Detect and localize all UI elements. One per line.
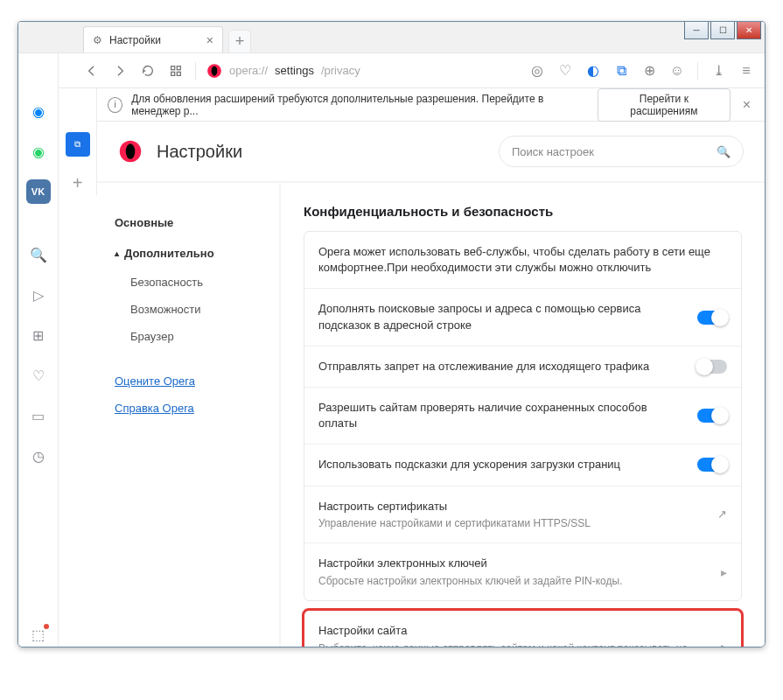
row-label: Дополнять поисковые запросы и адреса с п… [318, 301, 687, 332]
url-scheme: opera:// [229, 64, 268, 77]
close-window-button[interactable]: ✕ [737, 22, 761, 39]
messenger-icon[interactable]: ◉ [26, 99, 51, 123]
row-prefetch: Использовать подсказки для ускорения заг… [304, 444, 741, 486]
opera-logo-icon [118, 139, 143, 164]
bookmarks-heart-icon[interactable]: ♡ [26, 363, 51, 388]
settings-search-input[interactable]: Поиск настроек 🔍 [499, 136, 744, 167]
chevron-right-icon: ▸ [721, 565, 727, 579]
url-seg: settings [275, 64, 314, 77]
opera-badge-icon [206, 63, 222, 79]
back-button[interactable] [83, 62, 101, 80]
nav-sub-features[interactable]: Возможности [115, 296, 279, 323]
separator [195, 62, 196, 80]
downloads-icon[interactable]: ⤓ [710, 63, 726, 79]
dismiss-infobar-icon[interactable]: × [739, 97, 754, 113]
settings-body: Основные ▴ Дополнительно Безопасность Во… [97, 183, 765, 647]
search-sidebar-icon[interactable]: 🔍 [26, 242, 51, 267]
flow-icon[interactable]: ▷ [26, 283, 51, 307]
row-payment-check: Разрешить сайтам проверять наличие сохра… [304, 388, 741, 444]
reload-button[interactable] [139, 62, 157, 80]
intro-text: Opera может использовать веб-службы, что… [318, 244, 727, 276]
add-pinned-button[interactable]: + [66, 171, 90, 195]
privacy-panel: Opera может использовать веб-службы, что… [304, 231, 742, 601]
easy-setup-icon[interactable]: ≡ [738, 63, 754, 79]
info-icon: i [108, 97, 122, 113]
speed-dial-button[interactable] [167, 62, 185, 80]
snapshot-icon[interactable]: ◎ [529, 63, 545, 79]
maximize-button[interactable]: ☐ [710, 22, 735, 39]
url-field[interactable]: opera://settings/privacy [206, 63, 519, 79]
row-intro: Opera может использовать веб-службы, что… [304, 232, 741, 289]
row-site-settings[interactable]: Настройки сайта Выберите, какие данные о… [304, 610, 742, 647]
toggle-do-not-track[interactable] [697, 360, 727, 374]
page-title: Настройки [157, 142, 485, 162]
extensions-cube-icon[interactable]: ⬚ [26, 622, 51, 647]
nav-advanced-label: Дополнительно [124, 247, 214, 260]
row-title: Настройки сайта [318, 623, 710, 639]
nav-sub-browser[interactable]: Браузер [115, 323, 279, 350]
separator [697, 62, 698, 80]
news-icon[interactable]: ▭ [26, 403, 51, 428]
section-title: Конфиденциальность и безопасность [304, 204, 742, 219]
chevron-right-icon: ▸ [721, 640, 727, 647]
go-to-extensions-button[interactable]: Перейти к расширениям [598, 88, 731, 122]
toolbar-icons: ◎ ♡ ◐ ⧉ ⊕ ☺ ⤓ ≡ [529, 62, 754, 80]
nav-advanced[interactable]: ▴ Дополнительно [115, 238, 279, 269]
pinned-column: ⧉ + [59, 88, 97, 195]
svg-point-7 [126, 144, 136, 159]
extension-info-bar: i Для обновления расширений требуются до… [97, 88, 765, 122]
svg-rect-1 [177, 66, 180, 69]
row-label: Отправлять запрет на отслеживание для ис… [318, 359, 687, 374]
row-security-keys[interactable]: Настройки электронных ключей Сбросьте на… [304, 543, 741, 600]
new-tab-button[interactable]: + [228, 30, 251, 52]
search-placeholder: Поиск настроек [512, 145, 594, 158]
heart-icon[interactable]: ♡ [557, 63, 573, 79]
search-icon: 🔍 [717, 145, 731, 158]
gear-icon: ⚙ [93, 34, 102, 46]
info-message: Для обновления расширений требуются допо… [131, 93, 589, 117]
row-certificates[interactable]: Настроить сертификаты Управление настрой… [304, 486, 741, 544]
nav-help-opera[interactable]: Справка Opera [115, 395, 279, 422]
row-subtitle: Выберите, какие данные отправлять сайтам… [318, 641, 710, 647]
toggle-payment-check[interactable] [697, 409, 727, 423]
address-bar: opera://settings/privacy ◎ ♡ ◐ ⧉ ⊕ ☺ ⤓ ≡ [18, 53, 765, 88]
toggle-autocomplete[interactable] [697, 311, 727, 325]
tab-strip: ⚙ Настройки × + [18, 22, 765, 53]
nav-rate-opera[interactable]: Оцените Opera [115, 368, 279, 395]
settings-nav: Основные ▴ Дополнительно Безопасность Во… [97, 183, 281, 647]
vk-icon[interactable]: VK [26, 179, 51, 204]
nav-sub-security[interactable]: Безопасность [115, 269, 279, 296]
history-icon[interactable]: ◷ [26, 444, 51, 468]
row-label: Использовать подсказки для ускорения заг… [318, 457, 687, 472]
toggle-prefetch[interactable] [697, 458, 727, 472]
svg-rect-3 [177, 72, 180, 75]
row-dnt: Отправлять запрет на отслеживание для ис… [304, 346, 741, 388]
url-path: /privacy [321, 64, 360, 77]
tab-title: Настройки [109, 34, 161, 46]
external-link-icon: ↗ [717, 508, 727, 521]
whatsapp-icon[interactable]: ◉ [26, 139, 51, 164]
settings-header: Настройки Поиск настроек 🔍 [97, 122, 765, 183]
forward-button[interactable] [111, 62, 129, 80]
close-tab-icon[interactable]: × [206, 33, 213, 47]
row-subtitle: Управление настройками и сертификатами H… [318, 516, 707, 531]
globe-icon[interactable]: ⊕ [641, 63, 657, 79]
svg-rect-2 [171, 72, 175, 75]
workspaces-icon[interactable]: ⊞ [26, 323, 51, 347]
pinned-tab-icon[interactable]: ⧉ [66, 132, 90, 157]
adblock-icon[interactable]: ◐ [585, 63, 601, 79]
window-controls: ─ ☐ ✕ [684, 22, 761, 39]
svg-rect-0 [171, 66, 175, 69]
svg-point-5 [212, 66, 218, 75]
tab-settings[interactable]: ⚙ Настройки × [83, 26, 223, 52]
row-subtitle: Сбросьте настройки электронных ключей и … [318, 574, 710, 589]
settings-content: Конфиденциальность и безопасность Opera … [281, 183, 765, 647]
nav-basic[interactable]: Основные [115, 207, 279, 238]
side-strip: ◉ ◉ VK 🔍 ▷ ⊞ ♡ ▭ ◷ ⬚ [18, 53, 59, 647]
translate-icon[interactable]: ⧉ [613, 63, 629, 79]
profile-icon[interactable]: ☺ [669, 63, 685, 79]
row-autocomplete: Дополнять поисковые запросы и адреса с п… [304, 289, 741, 346]
minimize-button[interactable]: ─ [684, 22, 709, 39]
row-title: Настройки электронных ключей [318, 556, 710, 571]
chevron-up-icon: ▴ [115, 248, 119, 258]
